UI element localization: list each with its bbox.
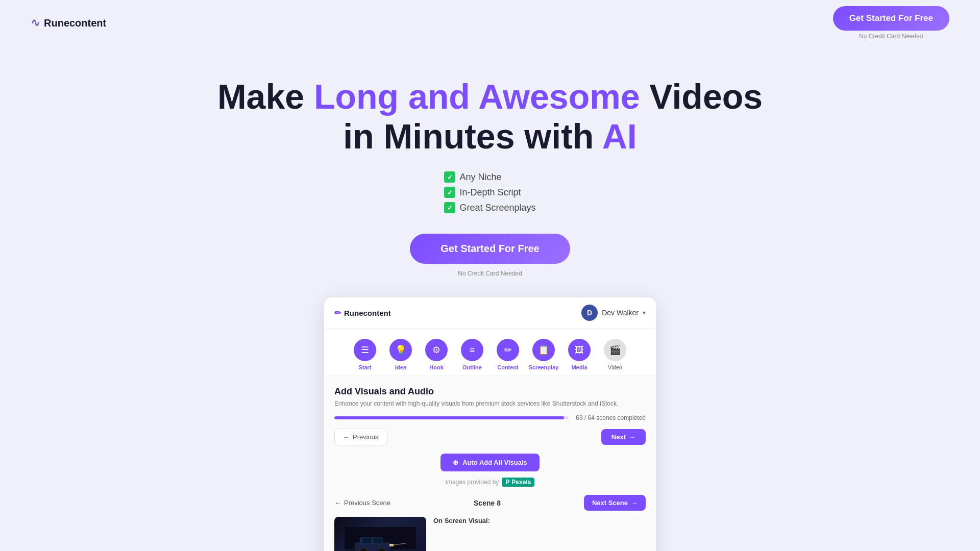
auto-add-visuals-button[interactable]: ⊕ Auto Add All Visuals xyxy=(440,454,540,471)
hero-no-card: No Credit Card Needed xyxy=(458,270,522,277)
logo-text: Runecontent xyxy=(44,17,106,29)
feature-label-1: Any Niche xyxy=(459,172,501,183)
progress-bar xyxy=(334,416,569,419)
prev-arrow-icon: ← xyxy=(343,433,350,441)
svg-rect-8 xyxy=(389,544,394,546)
prev-scene-label: Previous Scene xyxy=(344,499,390,507)
auto-add-label: Auto Add All Visuals xyxy=(462,459,527,466)
chevron-down-icon: ▾ xyxy=(643,309,646,316)
on-screen-label: On Screen Visual: xyxy=(433,517,646,524)
scene-info: On Screen Visual: xyxy=(433,517,646,551)
feature-label-3: Great Screenplays xyxy=(459,203,535,213)
user-name: Dev Walker xyxy=(602,309,639,317)
previous-scene-button[interactable]: ← Previous Scene xyxy=(334,499,390,507)
headline-highlight: Long and Awesome xyxy=(314,77,640,116)
progress-text: 63 / 64 scenes completed xyxy=(576,414,646,421)
next-scene-label: Next Scene xyxy=(592,499,628,507)
step-outline-icon: ≡ xyxy=(461,339,483,361)
step-video-icon: 🎬 xyxy=(604,339,626,361)
logo: ∿ Runecontent xyxy=(31,16,106,30)
feature-item-3: ✓ Great Screenplays xyxy=(444,202,535,213)
scene-thumbnail-inner xyxy=(334,517,426,551)
step-start-icon: ☰ xyxy=(354,339,376,361)
header-cta-wrap: Get Started For Free No Credit Card Need… xyxy=(833,6,949,40)
next-scene-button[interactable]: Next Scene → xyxy=(584,495,646,511)
scene-number: Scene 8 xyxy=(474,499,501,507)
auto-add-wrap: ⊕ Auto Add All Visuals xyxy=(334,454,646,471)
progress-row: 63 / 64 scenes completed xyxy=(334,414,646,421)
steps-nav: ☰ Start 💡 Idea ⚙ Hook ≡ Outline ✏ Conten… xyxy=(324,329,656,375)
headline-part1: Make xyxy=(217,77,314,116)
svg-rect-4 xyxy=(362,538,372,543)
mockup-wrapper: ✏ Runecontent D Dev Walker ▾ ☰ Start 💡 I… xyxy=(0,297,980,551)
header-no-card: No Credit Card Needed xyxy=(859,33,923,40)
step-video[interactable]: 🎬 Video xyxy=(600,339,630,370)
scene-nav: ← Previous Scene Scene 8 Next Scene → xyxy=(334,495,646,511)
step-start-label: Start xyxy=(358,364,371,370)
step-media-icon: 🖼 xyxy=(568,339,591,361)
previous-button[interactable]: ← Previous xyxy=(334,429,387,445)
prev-scene-arrow: ← xyxy=(334,499,341,507)
images-by-text: Images provided by xyxy=(446,479,499,486)
step-screenplay-icon: 📋 xyxy=(532,339,555,361)
step-content-icon: ✏ xyxy=(497,339,519,361)
step-hook-label: Hook xyxy=(429,364,444,370)
step-hook[interactable]: ⚙ Hook xyxy=(421,339,452,370)
progress-bar-fill xyxy=(334,416,564,419)
header-cta-button[interactable]: Get Started For Free xyxy=(833,6,949,31)
step-video-label: Video xyxy=(608,364,622,370)
feature-label-2: In-Depth Script xyxy=(459,187,521,198)
step-outline[interactable]: ≡ Outline xyxy=(457,339,487,370)
headline-line2: in Minutes with AI xyxy=(343,117,636,156)
pexels-icon: P xyxy=(505,479,509,486)
hero-cta-button[interactable]: Get Started For Free xyxy=(410,234,570,264)
headline-ai: AI xyxy=(602,117,637,156)
pexels-badge: P Pexels xyxy=(502,478,534,487)
mockup-logo: ✏ Runecontent xyxy=(334,308,391,318)
prev-label: Previous xyxy=(353,433,379,441)
hero-section: Make Long and Awesome Videos in Minutes … xyxy=(0,46,980,297)
check-icon-1: ✓ xyxy=(444,171,455,183)
next-label: Next xyxy=(611,433,626,441)
step-media[interactable]: 🖼 Media xyxy=(564,339,595,370)
user-badge[interactable]: D Dev Walker ▾ xyxy=(581,305,646,321)
step-content[interactable]: ✏ Content xyxy=(493,339,523,370)
images-by-row: Images provided by P Pexels xyxy=(334,478,646,487)
section-desc: Enhance your content with high-quality v… xyxy=(334,400,646,407)
step-outline-label: Outline xyxy=(462,364,482,370)
scene-content: On Screen Visual: xyxy=(334,517,646,551)
step-screenplay-label: Screenplay xyxy=(529,364,559,370)
next-button[interactable]: Next → xyxy=(601,429,646,445)
top-nav-row: ← Previous Next → xyxy=(334,429,646,445)
auto-add-icon: ⊕ xyxy=(453,459,458,466)
car-svg xyxy=(345,527,416,551)
hero-cta-wrap: Get Started For Free No Credit Card Need… xyxy=(10,234,970,277)
check-icon-2: ✓ xyxy=(444,187,455,198)
header: ∿ Runecontent Get Started For Free No Cr… xyxy=(0,0,980,46)
logo-icon: ∿ xyxy=(31,16,40,30)
mockup-main-content: Add Visuals and Audio Enhance your conte… xyxy=(324,375,656,551)
headline-part2: Videos xyxy=(640,77,763,116)
mockup-logo-icon: ✏ xyxy=(334,308,341,318)
step-idea-label: Idea xyxy=(395,364,406,370)
user-avatar: D xyxy=(581,305,598,321)
section-title: Add Visuals and Audio xyxy=(334,386,646,397)
step-idea-icon: 💡 xyxy=(389,339,412,361)
next-scene-arrow: → xyxy=(631,499,638,507)
next-arrow-icon: → xyxy=(629,433,635,441)
svg-rect-5 xyxy=(373,538,382,543)
mockup-header: ✏ Runecontent D Dev Walker ▾ xyxy=(324,297,656,329)
step-media-label: Media xyxy=(571,364,587,370)
hero-headline: Make Long and Awesome Videos in Minutes … xyxy=(10,77,970,156)
mockup-logo-text: Runecontent xyxy=(344,309,391,317)
step-idea[interactable]: 💡 Idea xyxy=(385,339,416,370)
step-hook-icon: ⚙ xyxy=(425,339,448,361)
check-icon-3: ✓ xyxy=(444,202,455,213)
app-mockup: ✏ Runecontent D Dev Walker ▾ ☰ Start 💡 I… xyxy=(324,297,656,551)
step-screenplay[interactable]: 📋 Screenplay xyxy=(528,339,559,370)
features-list: ✓ Any Niche ✓ In-Depth Script ✓ Great Sc… xyxy=(444,171,535,213)
feature-item-2: ✓ In-Depth Script xyxy=(444,187,521,198)
feature-item-1: ✓ Any Niche xyxy=(444,171,501,183)
pexels-label: Pexels xyxy=(511,479,531,486)
step-start[interactable]: ☰ Start xyxy=(350,339,380,370)
